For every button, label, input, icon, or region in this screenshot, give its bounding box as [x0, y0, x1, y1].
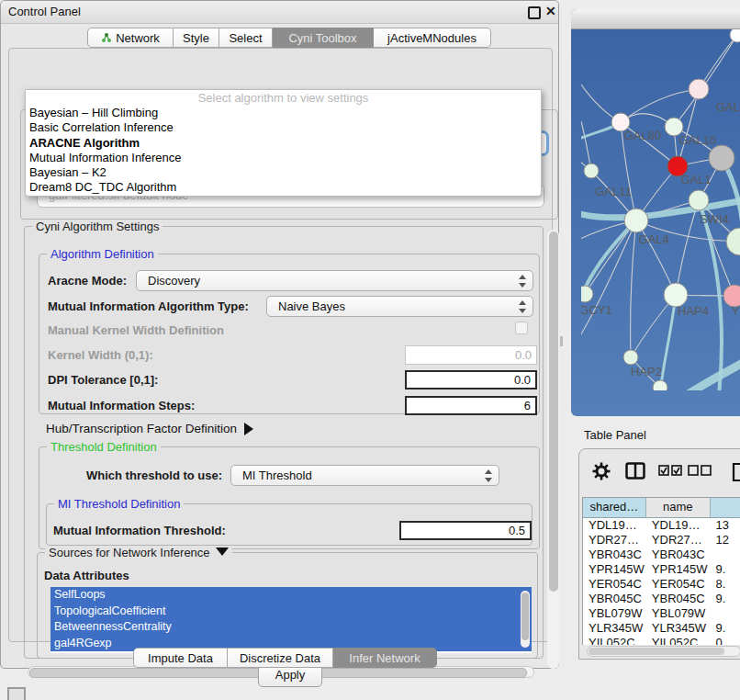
- network-edge-highlighted[interactable]: [687, 362, 740, 390]
- algorithm-dropdown-list: Bayesian – Hill ClimbingBasic Correlatio…: [26, 106, 541, 196]
- tab-cyni-toolbox[interactable]: Cyni Toolbox: [273, 28, 374, 48]
- new-table-icon[interactable]: [732, 462, 740, 482]
- column-header[interactable]: [711, 498, 740, 517]
- algorithm-option[interactable]: Bayesian – K2: [26, 165, 541, 180]
- tab-label: Select: [229, 31, 262, 45]
- table-cell: 12: [711, 533, 740, 548]
- table-cell: YLR345W: [646, 621, 711, 636]
- hub-definition-toggle[interactable]: Hub/Transcription Factor Definition: [46, 422, 253, 435]
- mi-type-value: Naive Bayes: [278, 299, 345, 313]
- table-cell: 9.: [711, 621, 740, 636]
- tab-style[interactable]: Style: [174, 28, 219, 48]
- control-panel-titlebar[interactable]: Control Panel ✕: [1, 1, 558, 24]
- network-node-label: GCY1: [581, 303, 612, 317]
- table-cell: YPR145W: [583, 562, 646, 577]
- tab-jactivemnodules[interactable]: jActiveMNodules: [374, 28, 491, 48]
- hub-definition-label: Hub/Transcription Factor Definition: [46, 422, 237, 435]
- mi-type-combobox[interactable]: Naive Bayes: [266, 296, 533, 317]
- tab-select[interactable]: Select: [219, 28, 273, 48]
- close-icon[interactable]: ✕: [545, 4, 556, 18]
- network-node[interactable]: [730, 29, 740, 42]
- combo-spinner-icon: [484, 469, 492, 482]
- select-all-icon[interactable]: [658, 465, 682, 476]
- data-attribute-item[interactable]: TopologicalCoefficient: [50, 604, 532, 620]
- dock-panel-icon[interactable]: [7, 687, 26, 700]
- algorithm-option[interactable]: Mutual Information Inference: [26, 151, 541, 165]
- float-panel-icon[interactable]: [528, 6, 541, 19]
- algorithm-option[interactable]: ARACNE Algorithm: [26, 136, 541, 151]
- columns-icon[interactable]: [625, 462, 645, 480]
- algorithm-dropdown-prompt: Select algorithm to view settings: [26, 90, 541, 106]
- control-panel-tabs: NetworkStyleSelectCyni ToolboxjActiveMNo…: [87, 28, 491, 48]
- control-panel-title: Control Panel: [8, 5, 81, 18]
- network-icon: [101, 32, 112, 43]
- table-row[interactable]: YDR27…YDR27…12: [583, 533, 740, 548]
- algorithm-option[interactable]: Bayesian – Hill Climbing: [26, 106, 541, 120]
- manual-kernel-checkbox[interactable]: [515, 322, 528, 334]
- table-row[interactable]: YER054CYER054C8.: [583, 577, 740, 592]
- network-node[interactable]: [689, 79, 709, 99]
- table-cell: YIL052C: [583, 636, 646, 645]
- sources-group-label[interactable]: Sources for Network Inference: [45, 546, 232, 559]
- manual-kernel-label: Manual Kernel Width Definition: [48, 323, 224, 337]
- algorithm-definition-label: Algorithm Definition: [47, 247, 158, 261]
- settings-vertical-scrollbar[interactable]: [547, 230, 559, 669]
- tab-network[interactable]: Network: [87, 28, 174, 48]
- column-header[interactable]: shared…: [583, 498, 646, 517]
- split-pane-handle[interactable]: [560, 336, 563, 346]
- aracne-mode-combobox[interactable]: Discovery: [136, 270, 533, 291]
- network-node[interactable]: [624, 209, 648, 232]
- table-row[interactable]: YPR145WYPR145W9.: [583, 562, 740, 577]
- network-node[interactable]: [581, 286, 593, 302]
- aracne-mode-value: Discovery: [148, 274, 200, 288]
- dpi-tolerance-field[interactable]: [405, 370, 537, 390]
- network-node[interactable]: [653, 380, 667, 390]
- network-node-label: HAP4: [678, 304, 709, 318]
- data-attributes-list: SelfLoopsTopologicalCoefficientBetweenne…: [50, 587, 532, 653]
- table-row[interactable]: YLR345WYLR345W9.: [583, 621, 740, 636]
- gear-icon[interactable]: [592, 462, 611, 480]
- network-node[interactable]: [689, 190, 709, 210]
- algorithm-option[interactable]: Basic Correlation Inference: [26, 120, 541, 135]
- network-node[interactable]: [726, 228, 740, 255]
- table-cell: YBR043C: [583, 548, 646, 562]
- network-window-titlebar[interactable]: [571, 9, 740, 29]
- deselect-all-icon[interactable]: [688, 465, 712, 476]
- tab-discretize-data[interactable]: Discretize Data: [228, 648, 333, 668]
- mi-threshold-field[interactable]: [399, 521, 532, 540]
- table-body: YDL19…YDL19…13YDR27…YDR27…12YBR043CYBR04…: [583, 518, 740, 645]
- network-node[interactable]: [623, 350, 638, 365]
- cyni-bottom-tabs: Impute DataDiscretize DataInfer Network: [133, 648, 437, 668]
- network-canvas[interactable]: GALGAL80GAL10GAL1GAL11SWI4GAL4GCY1HAP4YH…: [581, 29, 740, 390]
- network-edge-highlighted[interactable]: [660, 295, 676, 390]
- which-threshold-combobox[interactable]: MI Threshold: [230, 465, 499, 486]
- tab-label: Cyni Toolbox: [288, 31, 356, 45]
- table-row[interactable]: YBR045CYBR045C9.: [583, 592, 740, 606]
- network-node-label: GAL11: [595, 185, 632, 198]
- table-header-row: shared…name: [583, 498, 740, 518]
- attributes-list-scrollbar[interactable]: [521, 591, 530, 648]
- algorithm-option[interactable]: Dream8 DC_TDC Algorithm: [26, 180, 541, 195]
- network-node[interactable]: [584, 164, 599, 178]
- tab-infer-network[interactable]: Infer Network: [333, 648, 437, 668]
- table-row[interactable]: YBR043CYBR043C: [583, 548, 740, 562]
- column-header[interactable]: name: [646, 498, 711, 517]
- combo-spinner-icon: [518, 275, 526, 288]
- network-edge[interactable]: [631, 220, 636, 357]
- table-cell: [711, 548, 740, 562]
- network-edge[interactable]: [585, 220, 636, 294]
- mi-steps-field[interactable]: [405, 396, 537, 415]
- data-attribute-item[interactable]: BetweennessCentrality: [50, 619, 532, 636]
- tab-label: Network: [116, 31, 160, 45]
- kernel-width-field[interactable]: [405, 345, 537, 365]
- table-horizontal-scrollbar[interactable]: [587, 646, 740, 657]
- table-row[interactable]: YIL052CYIL052C0.: [583, 636, 740, 645]
- table-row[interactable]: YBL079WYBL079W: [583, 606, 740, 621]
- network-node[interactable]: [709, 145, 734, 171]
- table-cell: 13: [711, 518, 740, 533]
- table-cell: YER054C: [646, 577, 711, 592]
- tab-impute-data[interactable]: Impute Data: [133, 648, 228, 668]
- table-row[interactable]: YDL19…YDL19…13: [583, 518, 740, 533]
- network-node-label: HAP2: [631, 365, 662, 378]
- data-attribute-item[interactable]: SelfLoops: [50, 587, 532, 604]
